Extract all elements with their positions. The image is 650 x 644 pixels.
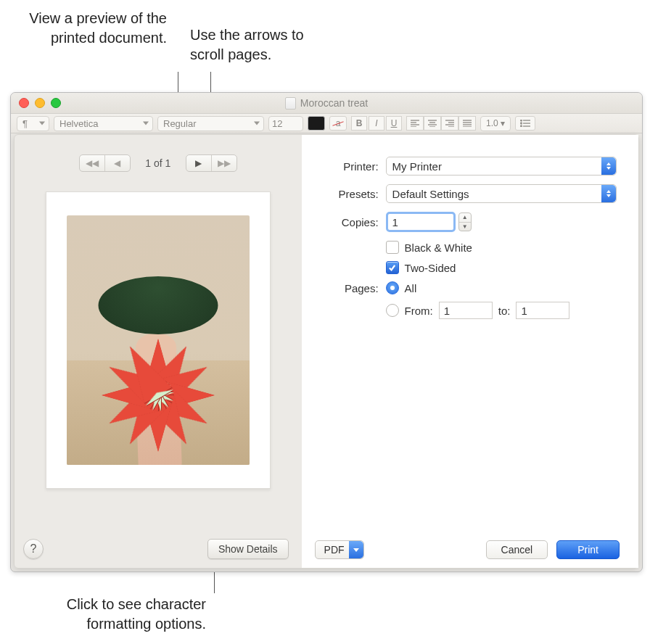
preview-image xyxy=(67,215,250,465)
pages-all-radio[interactable] xyxy=(386,281,399,294)
close-icon[interactable] xyxy=(19,98,29,108)
align-right-button[interactable] xyxy=(441,116,458,131)
pages-to-value: 1 xyxy=(521,305,527,317)
preview-first-page-button[interactable]: ◀◀ xyxy=(80,155,104,171)
paragraph-style-popup[interactable]: ¶ xyxy=(17,116,49,131)
align-center-button[interactable] xyxy=(424,116,441,131)
app-window: Moroccan treat ¶ Helvetica Regular 12 a … xyxy=(10,92,643,572)
pages-from-label: From: xyxy=(405,305,433,317)
printer-select[interactable]: My Printer xyxy=(386,157,617,176)
list-style-button[interactable] xyxy=(515,116,535,131)
format-toolbar: ¶ Helvetica Regular 12 a B I U 1.0 ▾ xyxy=(11,114,642,133)
maximize-icon[interactable] xyxy=(51,98,61,108)
copies-value: 1 xyxy=(392,216,398,228)
copies-input[interactable]: 1 xyxy=(386,212,456,232)
preview-page xyxy=(46,191,271,489)
select-arrows-icon xyxy=(601,185,616,202)
font-size-value: 12 xyxy=(272,118,282,129)
presets-value: Default Settings xyxy=(392,188,469,200)
strike-color-button[interactable]: a xyxy=(329,116,347,131)
bold-button[interactable]: B xyxy=(351,116,367,131)
two-sided-checkbox[interactable] xyxy=(386,261,399,274)
pages-to-label: to: xyxy=(498,305,511,317)
align-left-button[interactable] xyxy=(406,116,424,131)
font-style-popup[interactable]: Regular xyxy=(157,116,264,131)
line-spacing-popup[interactable]: 1.0 ▾ xyxy=(480,116,511,131)
preview-prev-page-button[interactable]: ◀ xyxy=(104,155,130,171)
line-spacing-value: 1.0 xyxy=(486,118,498,128)
font-size-field[interactable]: 12 xyxy=(268,116,303,131)
two-sided-label: Two-Sided xyxy=(405,262,456,274)
show-details-button[interactable]: Show Details xyxy=(207,539,289,559)
minimize-icon[interactable] xyxy=(35,98,45,108)
copies-label: Copies: xyxy=(315,216,379,228)
cancel-button[interactable]: Cancel xyxy=(486,540,548,559)
presets-label: Presets: xyxy=(315,188,379,200)
black-white-label: Black & White xyxy=(405,242,472,254)
pages-to-input[interactable]: 1 xyxy=(516,302,569,319)
print-button[interactable]: Print xyxy=(556,540,620,559)
font-family-popup[interactable]: Helvetica xyxy=(54,116,153,131)
printer-value: My Printer xyxy=(392,160,442,173)
pdf-popup[interactable]: PDF xyxy=(315,540,364,559)
window-controls xyxy=(11,98,61,108)
svg-point-0 xyxy=(521,120,522,121)
callout-arrows: Use the arrows to scroll pages. xyxy=(190,25,321,65)
preview-last-page-button[interactable]: ▶▶ xyxy=(211,155,236,171)
print-dialog: ◀◀ ◀ 1 of 1 ▶ ▶▶ xyxy=(14,134,639,569)
italic-button[interactable]: I xyxy=(369,116,384,131)
presets-select[interactable]: Default Settings xyxy=(386,184,617,203)
preview-back-group: ◀◀ ◀ xyxy=(79,154,131,172)
select-arrows-icon xyxy=(601,157,616,175)
strike-letter: a xyxy=(336,118,341,128)
preview-forward-group: ▶ ▶▶ xyxy=(186,154,237,172)
callout-show-details: Click to see character formatting option… xyxy=(10,595,206,634)
callout-preview: View a preview of the printed document. xyxy=(22,9,167,48)
pages-label: Pages: xyxy=(315,281,379,319)
preview-next-page-button[interactable]: ▶ xyxy=(186,155,211,171)
pages-range-radio[interactable] xyxy=(386,304,399,317)
pages-all-label: All xyxy=(405,282,417,294)
help-button[interactable]: ? xyxy=(23,539,44,559)
print-options-panel: Printer: My Printer Presets: Default Set… xyxy=(302,135,638,568)
printer-label: Printer: xyxy=(315,160,379,173)
pdf-label: PDF xyxy=(324,544,345,556)
stepper-up-icon[interactable]: ▲ xyxy=(459,213,471,223)
underline-button[interactable]: U xyxy=(386,116,402,131)
align-justify-button[interactable] xyxy=(458,116,476,131)
chevron-down-icon xyxy=(349,541,363,558)
copies-stepper[interactable]: ▲ ▼ xyxy=(458,212,472,231)
black-white-checkbox[interactable] xyxy=(386,241,399,254)
titlebar: Moroccan treat xyxy=(11,93,642,114)
preview-page-counter: 1 of 1 xyxy=(136,157,180,169)
pages-from-value: 1 xyxy=(444,305,450,317)
document-title: Moroccan treat xyxy=(300,97,368,109)
svg-point-2 xyxy=(521,125,522,127)
preview-panel: ◀◀ ◀ 1 of 1 ▶ ▶▶ xyxy=(15,135,302,568)
document-icon xyxy=(285,97,296,110)
pages-from-input[interactable]: 1 xyxy=(439,302,493,319)
stepper-down-icon[interactable]: ▼ xyxy=(459,223,471,231)
text-color-swatch[interactable] xyxy=(308,116,325,131)
svg-point-1 xyxy=(521,123,522,124)
